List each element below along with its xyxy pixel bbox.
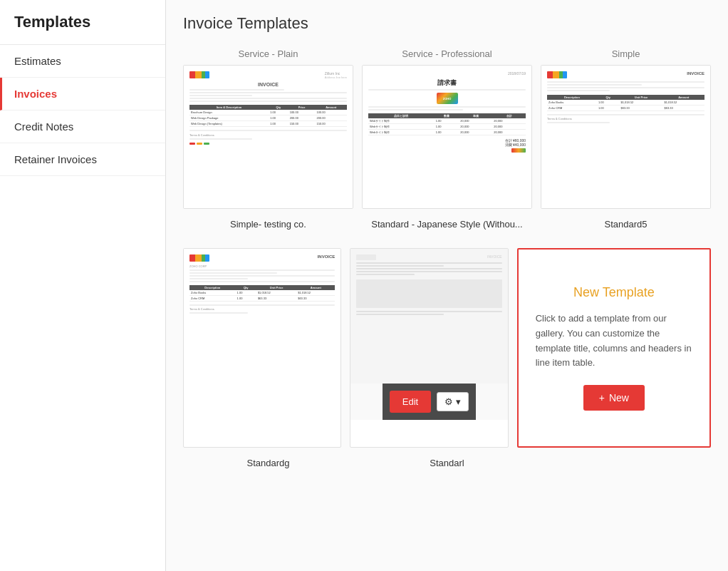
new-template-button[interactable]: + New bbox=[583, 385, 645, 411]
sidebar-item-estimates[interactable]: Estimates bbox=[0, 45, 165, 78]
plus-icon: + bbox=[599, 392, 605, 403]
row1-names: Simple- testing co. Standard - Japanese … bbox=[183, 215, 711, 234]
template-card-standardg[interactable]: INVOICE ZOHO CORP DescriptionQtyUnit Pri… bbox=[183, 248, 341, 448]
sidebar: Templates Estimates Invoices Credit Note… bbox=[0, 0, 166, 571]
template-preview-4: INVOICE ZOHO CORP DescriptionQtyUnit Pri… bbox=[184, 249, 340, 420]
template-name-1: Simple- testing co. bbox=[183, 215, 353, 234]
template-preview-3: INVOICE DescriptionQtyUnit PriceAmount Z… bbox=[541, 66, 710, 208]
row1-labels: Service - Plain Service - Professional S… bbox=[183, 46, 711, 65]
template-card-japanese[interactable]: 2018/07/19 請求書 ZOHO 品目と説明数量単価合計 We bbox=[362, 65, 532, 209]
edit-bar: Edit ⚙ ▾ bbox=[383, 384, 476, 420]
new-button-label: New bbox=[609, 392, 629, 403]
label-service-professional: Service - Professional bbox=[362, 46, 532, 65]
gear-button[interactable]: ⚙ ▾ bbox=[437, 392, 469, 411]
template-preview-1: Zillum Inc Address line here INVOICE Ite… bbox=[184, 66, 353, 208]
sidebar-item-credit-notes[interactable]: Credit Notes bbox=[0, 110, 165, 143]
page-title: Invoice Templates bbox=[183, 14, 711, 33]
template-name-3: Standard5 bbox=[541, 215, 711, 234]
edit-button[interactable]: Edit bbox=[390, 391, 431, 413]
sidebar-title: Templates bbox=[0, 0, 165, 45]
chevron-down-icon: ▾ bbox=[456, 396, 461, 407]
sidebar-item-invoices[interactable]: Invoices bbox=[0, 78, 165, 110]
gear-icon: ⚙ bbox=[444, 396, 453, 407]
template-name-5: Standarl bbox=[362, 453, 532, 473]
label-service-plain: Service - Plain bbox=[183, 46, 353, 65]
row2-names: Standardg Standarl bbox=[183, 453, 711, 473]
new-template-card[interactable]: New Template Click to add a template fro… bbox=[517, 248, 711, 448]
logo-icon bbox=[189, 71, 209, 78]
template-name-2: Standard - Japanese Style (Withou... bbox=[362, 215, 532, 234]
template-card-standarl[interactable]: INVOICE Edit ⚙ ▾ bbox=[350, 248, 508, 448]
template-name-4: Standardg bbox=[183, 453, 353, 473]
sidebar-item-retainer-invoices[interactable]: Retainer Invoices bbox=[0, 143, 165, 176]
new-template-title: New Template bbox=[573, 285, 655, 300]
template-preview-2: 2018/07/19 請求書 ZOHO 品目と説明数量単価合計 We bbox=[363, 66, 531, 208]
main-content: Invoice Templates Service - Plain Servic… bbox=[166, 0, 728, 571]
template-card-standard5[interactable]: INVOICE DescriptionQtyUnit PriceAmount Z… bbox=[541, 65, 711, 209]
template-preview-5: INVOICE Edit ⚙ ▾ bbox=[350, 249, 507, 420]
template-card-simple-testing[interactable]: Zillum Inc Address line here INVOICE Ite… bbox=[183, 65, 353, 209]
new-template-description: Click to add a template from our gallery… bbox=[536, 312, 692, 371]
row2-cards: INVOICE ZOHO CORP DescriptionQtyUnit Pri… bbox=[183, 248, 711, 448]
label-simple: Simple bbox=[541, 46, 711, 65]
row1-cards: Zillum Inc Address line here INVOICE Ite… bbox=[183, 65, 711, 209]
template-name-6 bbox=[541, 453, 711, 473]
